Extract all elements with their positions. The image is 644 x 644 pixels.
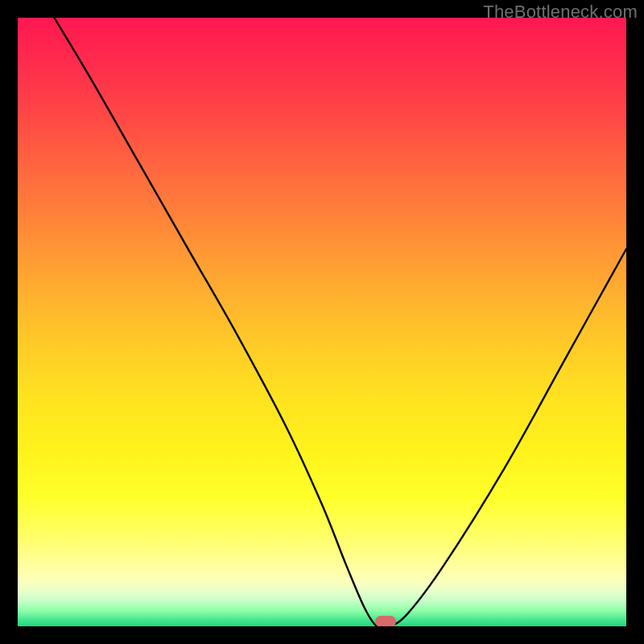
watermark-text: TheBottleneck.com	[483, 2, 638, 23]
optimal-point-marker	[375, 616, 396, 626]
chart-frame: TheBottleneck.com	[0, 0, 644, 644]
bottleneck-curve	[18, 18, 626, 626]
plot-area	[18, 18, 626, 626]
